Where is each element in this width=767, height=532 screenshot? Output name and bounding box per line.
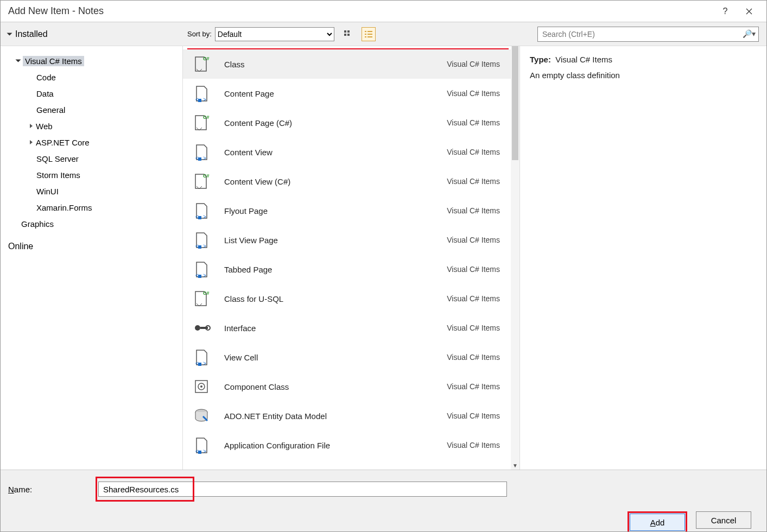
template-row[interactable]: ADO.NET Entity Data ModelVisual C# Items xyxy=(183,401,519,430)
search-box[interactable]: 🔎▾ xyxy=(537,27,759,42)
detail-pane: Type: Visual C# Items An empty class def… xyxy=(520,46,766,470)
add-button[interactable]: Add xyxy=(630,514,685,531)
view-list-button[interactable] xyxy=(362,27,376,41)
tree-node-data[interactable]: Data xyxy=(1,85,182,102)
file-icon xyxy=(191,317,212,339)
titlebar: Add New Item - Notes ? xyxy=(1,1,766,22)
view-tiles-button[interactable] xyxy=(341,27,355,41)
file-icon: <> xyxy=(191,141,212,163)
template-row[interactable]: C#Class for U-SQLVisual C# Items xyxy=(183,284,519,313)
template-name: Content View xyxy=(224,148,430,157)
file-icon: C# xyxy=(191,112,212,134)
svg-text:>: > xyxy=(203,360,206,366)
template-category: Visual C# Items xyxy=(447,206,500,215)
file-icon: <> xyxy=(191,229,212,251)
template-category: Visual C# Items xyxy=(447,441,500,449)
template-name: Tabbed Page xyxy=(224,265,430,274)
template-name: Content Page xyxy=(224,89,430,98)
tree-node-storm-items[interactable]: Storm Items xyxy=(1,167,182,183)
template-name: Content View (C#) xyxy=(224,177,430,186)
tree-node-visual-csharp-items[interactable]: Visual C# Items xyxy=(1,53,182,69)
svg-rect-20 xyxy=(198,216,201,219)
close-button[interactable] xyxy=(737,3,761,20)
template-category: Visual C# Items xyxy=(447,294,500,303)
tree-node-code[interactable]: Code xyxy=(1,69,182,85)
cancel-button[interactable]: Cancel xyxy=(696,511,751,529)
template-name: Component Class xyxy=(224,382,430,391)
svg-rect-2 xyxy=(344,34,346,36)
installed-header[interactable]: Installed xyxy=(15,29,48,39)
template-row[interactable]: <>View CellVisual C# Items xyxy=(183,343,519,372)
file-icon: <> xyxy=(191,200,212,221)
tree-node-asp-net-core[interactable]: ASP.NET Core xyxy=(1,134,182,150)
window-title: Add New Item - Notes xyxy=(8,5,104,17)
svg-text:>: > xyxy=(203,243,206,249)
detail-description: An empty class definition xyxy=(530,71,757,80)
highlight-name-field xyxy=(96,477,194,502)
template-category: Visual C# Items xyxy=(447,265,500,274)
template-row[interactable]: <>Flyout PageVisual C# Items xyxy=(183,196,519,225)
template-category: Visual C# Items xyxy=(447,411,500,420)
tree-node-web[interactable]: Web xyxy=(1,118,182,134)
sort-by-label: Sort by: xyxy=(187,30,212,38)
svg-point-29 xyxy=(195,325,200,331)
svg-rect-33 xyxy=(198,363,201,366)
file-icon: C# xyxy=(191,53,212,75)
template-row[interactable]: <>Content PageVisual C# Items xyxy=(183,79,519,108)
svg-rect-16 xyxy=(198,157,201,161)
template-list: C#ClassVisual C# Items<>Content PageVisu… xyxy=(183,46,520,470)
template-category: Visual C# Items xyxy=(447,60,500,68)
svg-rect-3 xyxy=(347,34,350,36)
template-name: List View Page xyxy=(224,236,430,245)
svg-text:C#: C# xyxy=(203,173,210,179)
scrollbar[interactable]: ▲ ▼ xyxy=(511,46,519,470)
chevron-right-icon xyxy=(30,124,33,128)
tree-node-winui[interactable]: WinUI xyxy=(1,183,182,199)
template-name: Content Page (C#) xyxy=(224,118,430,128)
template-category: Visual C# Items xyxy=(447,236,500,244)
template-row[interactable]: <>Tabbed PageVisual C# Items xyxy=(183,255,519,284)
svg-rect-0 xyxy=(344,30,346,33)
svg-text:>: > xyxy=(203,273,206,278)
template-name: View Cell xyxy=(224,353,430,362)
template-row[interactable]: <>List View PageVisual C# Items xyxy=(183,225,519,255)
sort-by-select[interactable]: Default xyxy=(215,27,334,41)
template-category: Visual C# Items xyxy=(447,118,500,127)
template-row[interactable]: InterfaceVisual C# Items xyxy=(183,313,519,343)
scroll-down-icon[interactable]: ▼ xyxy=(512,463,518,468)
name-input-extension[interactable] xyxy=(194,482,507,497)
tree-node-general[interactable]: General xyxy=(1,102,182,118)
tree-node-xamarin-forms[interactable]: Xamarin.Forms xyxy=(1,199,182,216)
template-row[interactable]: C#Content Page (C#)Visual C# Items xyxy=(183,108,519,137)
svg-text:>: > xyxy=(203,155,206,161)
svg-rect-30 xyxy=(200,327,208,329)
template-name: Application Configuration File xyxy=(224,441,430,450)
file-icon: <> xyxy=(191,258,212,280)
svg-rect-23 xyxy=(198,245,201,249)
toolbar: Installed Sort by: Default 🔎▾ xyxy=(1,22,766,46)
template-row[interactable]: <>Content ViewVisual C# Items xyxy=(183,137,519,167)
file-icon xyxy=(191,376,212,397)
svg-rect-1 xyxy=(347,30,350,33)
template-row[interactable]: <>Application Configuration FileVisual C… xyxy=(183,430,519,460)
chevron-right-icon xyxy=(30,140,33,144)
svg-text:C#: C# xyxy=(203,115,210,120)
file-icon xyxy=(191,405,212,427)
svg-text:>: > xyxy=(203,214,206,220)
svg-text:C#: C# xyxy=(203,290,210,296)
template-row[interactable]: C#ClassVisual C# Items xyxy=(183,49,519,79)
template-row[interactable]: Component ClassVisual C# Items xyxy=(183,372,519,401)
svg-text:>: > xyxy=(203,448,206,454)
svg-rect-12 xyxy=(198,99,201,102)
tree-node-online[interactable]: Online xyxy=(1,238,182,255)
template-name: Interface xyxy=(224,324,430,333)
tree-node-sql-server[interactable]: SQL Server xyxy=(1,150,182,167)
name-input[interactable] xyxy=(98,482,193,497)
scrollbar-thumb[interactable] xyxy=(512,46,518,160)
search-icon[interactable]: 🔎▾ xyxy=(743,29,756,38)
help-button[interactable]: ? xyxy=(713,3,737,20)
tree-node-graphics[interactable]: Graphics xyxy=(1,216,182,232)
file-icon: <> xyxy=(191,434,212,456)
search-input[interactable] xyxy=(537,27,759,42)
template-row[interactable]: C#Content View (C#)Visual C# Items xyxy=(183,167,519,196)
